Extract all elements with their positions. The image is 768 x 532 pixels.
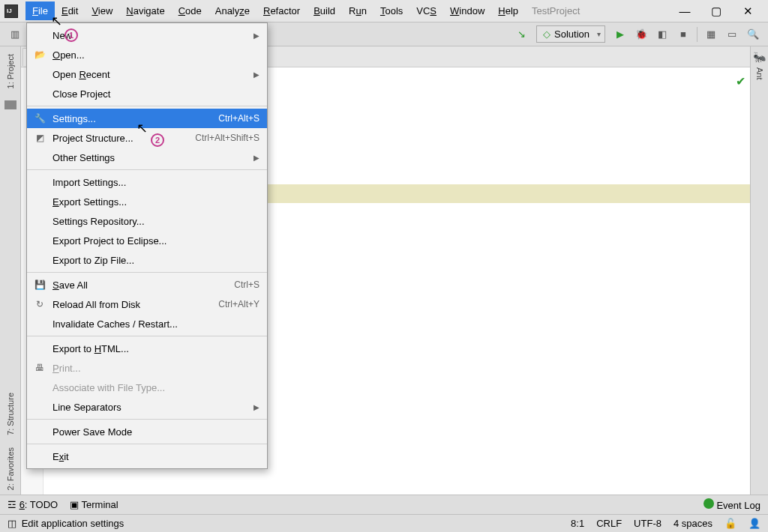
menu-vcs[interactable]: VCS [410, 1, 443, 20]
sidebar-folder-icon[interactable] [4, 100, 16, 109]
submenu-arrow-icon: ▶ [254, 154, 260, 162]
menu-item-power-save-mode[interactable]: Power Save Mode [27, 422, 267, 441]
menu-item-export-to-zip-file[interactable]: Export to Zip File... [27, 250, 267, 270]
menu-item-line-separators[interactable]: Line Separators▶ [27, 397, 267, 417]
menu-refactor[interactable]: Refactor [256, 1, 307, 20]
menu-run[interactable]: Run [342, 1, 374, 20]
blank-icon [33, 151, 46, 163]
status-encoding[interactable]: UTF-8 [634, 518, 662, 529]
submenu-arrow-icon: ▶ [254, 31, 260, 40]
menu-file[interactable]: File [26, 1, 55, 20]
blank-icon [33, 318, 46, 330]
status-hector-icon[interactable]: 👤 [748, 518, 760, 529]
menu-item-label: Export to HTML... [52, 343, 260, 354]
status-lock-icon[interactable]: 🔓 [724, 518, 736, 529]
menu-item-associate-with-file-type: Associate with File Type... [27, 378, 267, 397]
blank-icon [33, 196, 46, 208]
menu-item-export-to-html[interactable]: Export to HTML... [27, 339, 267, 358]
ant-icon[interactable]: 🐜 [753, 51, 766, 63]
blank-icon [33, 88, 46, 100]
menu-item-project-structure[interactable]: ◩Project Structure...Ctrl+Alt+Shift+S [27, 128, 267, 148]
menu-item-import-settings[interactable]: Import Settings... [27, 172, 267, 192]
menu-shortcut: Ctrl+Alt+Shift+S [195, 133, 260, 143]
menu-item-save-all[interactable]: 💾Save AllCtrl+S [27, 275, 267, 294]
window-close-button[interactable]: ✕ [732, 0, 764, 22]
menu-tools[interactable]: Tools [374, 1, 410, 20]
menu-item-other-settings[interactable]: Other Settings▶ [27, 148, 267, 167]
status-indent[interactable]: 4 spaces [674, 518, 712, 529]
run-button[interactable]: ▶ [611, 25, 629, 43]
event-log-tool[interactable]: Event Log [704, 498, 760, 511]
menu-item-label: Exit [52, 451, 260, 462]
blank-icon [33, 342, 46, 354]
status-bar: ◫ Edit application settings 8:1 CRLF UTF… [0, 514, 768, 532]
file-menu-dropdown: New▶📂Open...Open Recent▶Close Project🔧Se… [26, 22, 268, 469]
menu-item-open-recent[interactable]: Open Recent▶ [27, 64, 267, 84]
window-minimize-button[interactable]: — [669, 0, 700, 22]
menu-shortcut: Ctrl+Alt+Y [218, 299, 260, 309]
menu-analyze[interactable]: Analyze [208, 1, 256, 20]
debug-button[interactable]: 🐞 [632, 25, 650, 43]
todo-tool[interactable]: ☲ 6: TODO [8, 499, 58, 510]
coverage-button[interactable]: ◧ [653, 25, 671, 43]
tool-button-2[interactable]: ▭ [723, 25, 741, 43]
run-config-select[interactable]: ◇Solution [536, 25, 605, 43]
menu-item-label: Invalidate Caches / Restart... [52, 318, 260, 330]
left-gutter: 1: Project 7: Structure 2: Favorites [0, 46, 21, 495]
inspection-ok-icon: ✔ [736, 72, 746, 91]
blank-icon [33, 29, 46, 41]
structure-icon: ◩ [33, 132, 46, 144]
menu-window[interactable]: Window [443, 1, 491, 20]
terminal-tool[interactable]: ▣ Terminal [70, 499, 118, 510]
project-view-icon[interactable]: ▥ [6, 25, 24, 43]
sidebar-project[interactable]: 1: Project [4, 49, 17, 93]
blank-icon [33, 176, 46, 188]
menu-code[interactable]: Code [172, 1, 208, 20]
menu-navigate[interactable]: Navigate [119, 1, 171, 20]
menu-item-exit[interactable]: Exit [27, 447, 267, 466]
status-line-ending[interactable]: CRLF [596, 518, 622, 529]
blank-icon [33, 215, 46, 227]
menu-item-export-settings[interactable]: Export Settings... [27, 192, 267, 211]
menu-item-print: 🖶Print... [27, 358, 267, 378]
bottom-tool-bar: ☲ 6: TODO ▣ Terminal Event Log [0, 495, 768, 514]
menu-item-label: Open... [52, 49, 260, 61]
status-window-icon[interactable]: ◫ [8, 518, 16, 529]
status-hint: Edit application settings [22, 518, 124, 529]
menu-item-new[interactable]: New▶ [27, 25, 267, 45]
search-everywhere-button[interactable]: 🔍 [744, 25, 762, 43]
menu-item-settings-repository[interactable]: Settings Repository... [27, 211, 267, 231]
menu-item-label: Project Structure... [52, 133, 195, 144]
status-position[interactable]: 8:1 [571, 518, 584, 529]
stop-button[interactable]: ■ [674, 25, 692, 43]
blank-icon [33, 235, 46, 247]
sidebar-favorites[interactable]: 2: Favorites [4, 443, 17, 495]
menu-item-invalidate-caches-restart[interactable]: Invalidate Caches / Restart... [27, 314, 267, 333]
menu-item-label: New [52, 30, 254, 41]
blank-icon [33, 401, 46, 413]
blank-icon [33, 254, 46, 266]
menu-item-reload-all-from-disk[interactable]: ↻Reload All from DiskCtrl+Alt+Y [27, 294, 267, 314]
menu-item-label: Associate with File Type... [52, 382, 260, 393]
menu-item-label: Save All [52, 279, 234, 291]
menu-help[interactable]: Help [491, 1, 525, 20]
sidebar-structure[interactable]: 7: Structure [4, 388, 17, 440]
menu-item-label: Export Project to Eclipse... [52, 235, 260, 247]
menu-build[interactable]: Build [307, 1, 342, 20]
menu-edit[interactable]: Edit [55, 1, 85, 20]
menu-item-export-project-to-eclipse[interactable]: Export Project to Eclipse... [27, 231, 267, 250]
window-maximize-button[interactable]: ▢ [700, 0, 732, 22]
blank-icon [33, 68, 46, 80]
menu-view[interactable]: View [85, 1, 119, 20]
wrench-icon: 🔧 [33, 112, 46, 124]
menu-item-label: Line Separators [52, 402, 254, 413]
sidebar-ant[interactable]: Ant [753, 63, 766, 85]
menu-item-close-project[interactable]: Close Project [27, 84, 267, 103]
menu-item-settings[interactable]: 🔧Settings...Ctrl+Alt+S [27, 109, 267, 128]
menu-item-label: Export to Zip File... [52, 255, 260, 266]
menu-item-label: Power Save Mode [52, 426, 260, 438]
menu-item-open[interactable]: 📂Open... [27, 45, 267, 64]
build-icon[interactable]: ↘ [512, 25, 530, 43]
tool-button-1[interactable]: ▦ [702, 25, 720, 43]
menu-shortcut: Ctrl+S [234, 279, 260, 290]
